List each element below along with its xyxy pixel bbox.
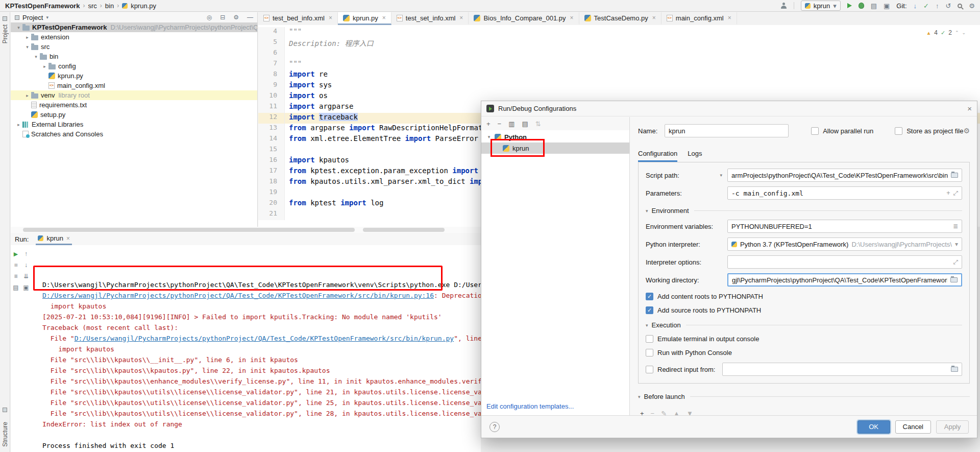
redirect-input-checkbox[interactable] [646,366,653,373]
working-dir-field[interactable]: gjl\PycharmProjects\pythonProject\QA\Tes… [727,273,962,287]
tab-logs[interactable]: Logs [688,150,702,162]
chevron-right-icon[interactable]: ▸ [15,122,22,127]
chevron-down-icon[interactable]: ▾ [720,173,722,178]
git-commit-icon[interactable]: ✓ [923,3,929,9]
browse-folder-icon[interactable] [950,277,958,282]
editor-tab[interactable]: Bios_Info_Compare_001.py× [469,12,579,25]
soft-wrap-icon[interactable]: ≡ [14,273,17,280]
add-icon[interactable]: + [946,189,950,197]
print-icon[interactable]: ▤ [13,284,18,291]
move-down-icon[interactable]: ▼ [687,410,693,415]
tree-item-requirements-txt[interactable]: requirements.txt [11,100,257,110]
new-folder-icon[interactable]: ▤ [522,120,528,128]
chevron-down-icon[interactable]: ▾ [23,44,31,50]
scroll-to-end-icon[interactable]: ⇊ [23,273,29,280]
python-console-checkbox[interactable] [646,349,653,356]
tree-item-config[interactable]: ▸config [11,61,257,71]
stop-icon[interactable]: ■ [14,261,17,269]
help-button[interactable]: ? [489,422,500,432]
editor-tab[interactable]: TestCaseDemo.py× [579,12,662,25]
copy-config-icon[interactable]: ▥ [508,120,514,128]
run-tab[interactable]: kprun × [36,233,72,245]
git-history-icon[interactable]: ↺ [945,3,951,9]
interp-options-field[interactable]: ⤢ [727,255,962,269]
parameters-field[interactable]: -c main_config.xml + ⤢ [727,186,962,200]
horizontal-scrollbar[interactable] [11,227,481,233]
clear-icon[interactable]: ▣ [23,284,29,291]
debug-button[interactable] [859,3,864,9]
tab-configuration[interactable]: Configuration [638,150,677,162]
close-icon[interactable]: × [967,104,972,113]
editor-tab[interactable]: main_config.xml× [662,12,737,25]
tree-item-venv[interactable]: ▸venvlibrary root [11,90,257,100]
rerun-icon[interactable]: ▶ [14,251,18,257]
tree-item-kptestopenframework[interactable]: ▾KPTestOpenFrameworkD:\Users\wangjl\Pych… [11,22,257,32]
settings-gear-icon[interactable]: ⚙ [969,3,975,9]
structure-tool-icon[interactable] [3,408,7,412]
chevron-down-icon[interactable]: ▾ [955,241,958,248]
chevron-down-icon[interactable]: ▾ [15,25,22,30]
console-link[interactable]: D:/Users/wangjl/PycharmProjects/pythonPr… [42,292,434,299]
chevron-down-icon[interactable]: ▾ [32,54,40,59]
tool-strip-structure[interactable]: Structure [2,422,9,447]
chevron-right-icon[interactable]: ▸ [23,35,31,40]
remove-config-icon[interactable]: − [498,120,502,128]
chevron-down-icon[interactable]: ▾ [46,15,48,20]
breadcrumb-item[interactable]: KPTestOpenFramework [5,2,80,10]
edit-templates-link[interactable]: Edit configuration templates... [486,402,574,410]
store-project-checkbox[interactable] [895,127,902,135]
store-options-gear-icon[interactable]: ⚙ [963,127,970,135]
add-config-icon[interactable]: + [486,120,491,128]
browse-folder-icon[interactable] [951,367,958,372]
env-vars-field[interactable]: PYTHONUNBUFFERED=1 ≣ [727,220,962,233]
user-icon[interactable] [780,3,787,9]
chevron-right-icon[interactable]: ▸ [23,93,31,98]
config-item-kprun[interactable]: kprun [481,142,629,154]
project-panel-title[interactable]: Project [22,14,43,21]
collapse-all-icon[interactable]: ⊟ [220,14,225,21]
locate-file-icon[interactable]: ◎ [207,14,212,21]
chevron-down-icon[interactable]: ⌄ [962,30,966,35]
edit-task-icon[interactable]: ✎ [661,410,667,415]
name-field[interactable]: kprun [665,124,789,137]
profiler-icon[interactable]: ▣ [884,3,890,9]
breadcrumb-item[interactable]: kprun.py [131,2,156,10]
tree-item-kprun-py[interactable]: kprun.py [11,71,257,81]
close-icon[interactable]: × [570,14,574,21]
script-path-field[interactable]: armProjects\pythonProject\QA\Test_Code\K… [727,169,962,182]
list-icon[interactable]: ≣ [953,223,958,230]
emulate-terminal-checkbox[interactable] [646,335,653,343]
close-icon[interactable]: × [66,235,70,242]
close-icon[interactable]: × [459,14,463,21]
breadcrumb-item[interactable]: bin [105,2,114,10]
source-roots-checkbox[interactable]: ✓ [646,306,653,314]
down-stack-icon[interactable]: ↓ [24,261,28,269]
editor-tab[interactable]: kprun.py× [338,12,391,25]
chevron-right-icon[interactable]: ▸ [41,64,48,69]
coverage-icon[interactable]: ▤ [871,3,877,9]
inspections-widget[interactable]: ▲ 4 ✓ 2 ⌃ ⌄ [926,29,966,36]
editor-tab[interactable]: test_bed_info.xml× [258,12,338,25]
tree-item-bin[interactable]: ▾bin [11,52,257,61]
sort-configs-icon[interactable]: ⇅ [535,120,541,128]
tree-item-src[interactable]: ▾src [11,42,257,52]
git-update-icon[interactable]: ↓ [914,3,917,9]
tree-item-extension[interactable]: ▸extension [11,32,257,42]
scrollbar-thumb[interactable] [23,228,355,232]
execution-section[interactable]: ▾ Execution [646,321,962,329]
editor-tab[interactable]: test_set_info.xml× [391,12,469,25]
move-up-icon[interactable]: ▲ [673,410,680,415]
tool-strip-project[interactable]: Project [2,25,9,43]
content-roots-checkbox[interactable]: ✓ [646,293,653,300]
expand-icon[interactable]: ⤢ [953,189,958,197]
tree-item-setup-py[interactable]: setup.py [11,110,257,120]
expand-icon[interactable]: ⤢ [953,258,958,266]
ok-button[interactable]: OK [857,420,890,434]
run-config-selector[interactable]: kprun ▾ [801,1,841,11]
up-stack-icon[interactable]: ↑ [24,250,28,257]
interpreter-combo[interactable]: Python 3.7 (KPTestOpenFramework) D:\User… [727,237,962,251]
tree-item-scratches-and-consoles[interactable]: Scratches and Consoles [11,129,257,139]
panel-settings-gear-icon[interactable]: ⚙ [233,14,239,21]
tree-item-external-libraries[interactable]: ▸External Libraries [11,120,257,129]
hide-panel-icon[interactable]: — [247,14,253,21]
